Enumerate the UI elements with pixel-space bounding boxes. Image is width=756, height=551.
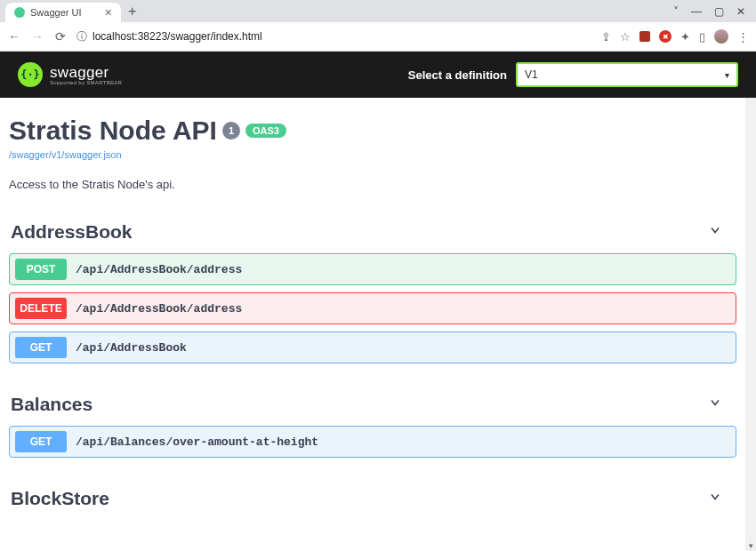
tag-header[interactable]: AddressBook: [9, 218, 736, 246]
definition-select[interactable]: V1 ▾: [516, 62, 738, 87]
operation-path: /api/AddressBook/address: [76, 302, 242, 315]
tag-header[interactable]: Balances: [9, 390, 736, 419]
browser-menu-icon[interactable]: ⋮: [737, 30, 749, 44]
http-method-badge: GET: [15, 431, 67, 452]
tag-name: BlockStore: [11, 488, 109, 509]
reload-icon[interactable]: ⟳: [53, 29, 68, 44]
url-input[interactable]: ⓘ localhost:38223/swagger/index.html: [76, 29, 592, 44]
api-title-text: Stratis Node API: [9, 116, 217, 146]
forward-icon: →: [30, 29, 44, 44]
oas-badge: OAS3: [245, 124, 286, 138]
swagger-logo-icon: {·}: [18, 62, 43, 87]
back-icon[interactable]: ←: [7, 29, 21, 44]
tag-section: AddressBookPOST/api/AddressBook/addressD…: [9, 218, 736, 363]
close-window-icon[interactable]: ✕: [736, 5, 745, 18]
operation-path: /api/AddressBook/address: [76, 263, 242, 276]
maximize-icon[interactable]: ▢: [714, 5, 724, 18]
chevron-down-icon: ▾: [725, 70, 729, 80]
site-info-icon[interactable]: ⓘ: [76, 29, 87, 44]
extension-adblock-icon[interactable]: ✖: [659, 30, 672, 43]
extension-icon[interactable]: [639, 31, 650, 42]
tag-section: BalancesGET/api/Balances/over-amount-at-…: [9, 390, 736, 458]
swagger-logo-subtext: Supported by SMARTBEAR: [50, 80, 122, 85]
tag-name: Balances: [11, 394, 92, 415]
share-icon[interactable]: ⇪: [601, 30, 611, 44]
http-method-badge: DELETE: [15, 298, 67, 319]
spec-link[interactable]: /swagger/v1/swagger.json: [9, 149, 122, 160]
swagger-topbar: {·} swagger Supported by SMARTBEAR Selec…: [0, 52, 756, 98]
profile-avatar-icon[interactable]: [714, 29, 728, 44]
minimize-icon[interactable]: —: [691, 5, 702, 18]
chevron-down-icon: [708, 395, 722, 410]
browser-address-bar: ← → ⟳ ⓘ localhost:38223/swagger/index.ht…: [0, 22, 756, 52]
bookmark-icon[interactable]: ☆: [620, 30, 631, 44]
operation-row[interactable]: GET/api/Balances/over-amount-at-height: [9, 426, 736, 458]
tag-section: BlockStore: [9, 484, 736, 513]
api-description: Access to the Stratis Node's api.: [9, 178, 736, 191]
definition-select-label: Select a definition: [408, 68, 507, 82]
swagger-favicon-icon: [14, 7, 25, 18]
swagger-logo-text: swagger: [50, 65, 122, 80]
definition-selected-value: V1: [525, 68, 538, 81]
browser-tab[interactable]: Swagger UI ×: [5, 3, 121, 22]
operation-path: /api/AddressBook: [76, 341, 187, 355]
url-text: localhost:38223/swagger/index.html: [92, 30, 262, 43]
chevron-down-icon: [708, 490, 722, 504]
device-icon[interactable]: ▯: [699, 30, 705, 44]
swagger-content: Stratis Node API 1 OAS3 /swagger/v1/swag…: [0, 98, 745, 531]
operation-row[interactable]: POST/api/AddressBook/address: [9, 253, 736, 285]
extensions-puzzle-icon[interactable]: ✦: [680, 30, 690, 44]
tag-header[interactable]: BlockStore: [9, 484, 736, 513]
operation-path: /api/Balances/over-amount-at-height: [76, 435, 318, 449]
tab-close-icon[interactable]: ×: [105, 5, 112, 20]
new-tab-button[interactable]: +: [128, 4, 136, 20]
tab-title: Swagger UI: [30, 7, 81, 18]
chevron-down-icon[interactable]: ˅: [673, 5, 679, 18]
window-controls: ˅ — ▢ ✕: [673, 5, 751, 18]
chevron-down-icon: [708, 223, 722, 237]
tag-name: AddressBook: [11, 221, 133, 243]
http-method-badge: GET: [15, 337, 67, 358]
browser-tab-strip: Swagger UI × + ˅ — ▢ ✕: [0, 0, 756, 22]
operation-row[interactable]: GET/api/AddressBook: [9, 331, 736, 363]
swagger-logo[interactable]: {·} swagger Supported by SMARTBEAR: [18, 62, 122, 87]
page-viewport: {·} swagger Supported by SMARTBEAR Selec…: [0, 52, 756, 551]
api-version-badge: 1: [222, 122, 240, 140]
http-method-badge: POST: [15, 259, 67, 280]
api-title: Stratis Node API 1 OAS3: [9, 116, 736, 146]
operation-row[interactable]: DELETE/api/AddressBook/address: [9, 292, 736, 324]
